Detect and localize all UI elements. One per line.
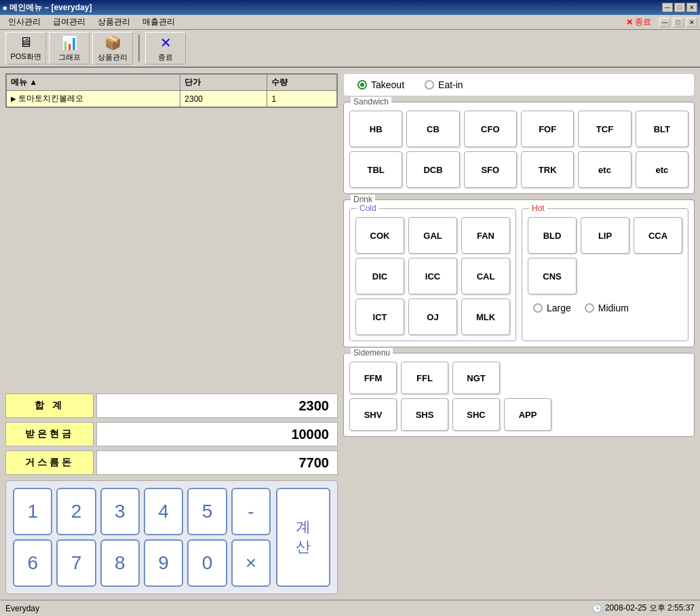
row-price: 2300 — [180, 91, 267, 107]
num-btn-3[interactable]: 3 — [100, 488, 140, 535]
midium-option[interactable]: Midium — [585, 303, 629, 313]
table-row[interactable]: ▶ 토마토치킨볼레오 2300 1 — [7, 91, 337, 107]
right-panel: Takeout Eat-in Sandwich HBCBCFOFOFTCFBLT… — [343, 73, 695, 594]
product-icon: 📦 — [104, 35, 121, 51]
sidemenu-label: Sidemenu — [351, 348, 393, 358]
order-table: 메뉴 ▲ 단가 수량 ▶ 토마토치킨볼레오 2300 1 — [5, 73, 338, 108]
sidemenu-row1: FFMFFLNGT — [349, 362, 688, 394]
sandwich-btn-TBL[interactable]: TBL — [349, 151, 402, 188]
sandwich-btn-FOF[interactable]: FOF — [521, 111, 574, 147]
sandwich-btn-HB[interactable]: HB — [349, 111, 402, 147]
col-qty: 수량 — [267, 75, 337, 91]
num-btn-5[interactable]: 5 — [187, 488, 227, 535]
cold-btn-CAL[interactable]: CAL — [461, 258, 510, 294]
eatin-label: Eat-in — [438, 79, 463, 90]
hot-btn-BLD[interactable]: BLD — [528, 217, 577, 254]
side-btn-NGT[interactable]: NGT — [452, 362, 500, 394]
sandwich-btn-SFO[interactable]: SFO — [464, 151, 517, 188]
cold-btn-OJ[interactable]: OJ — [408, 299, 457, 335]
maximize-button[interactable]: □ — [674, 3, 685, 12]
title-bar-title: 메인메뉴 – [everyday] — [9, 2, 662, 14]
status-bar: Everyday 🕒 2008-02-25 오후 2:55:37 — [0, 600, 700, 616]
num-btn-×[interactable]: × — [231, 539, 271, 587]
menu-close-button[interactable]: ✕ 종료 — [621, 15, 657, 29]
cold-btn-COK[interactable]: COK — [355, 217, 404, 254]
cold-btn-DIC[interactable]: DIC — [355, 258, 404, 294]
menu-close-btn[interactable]: ✕ — [686, 18, 697, 27]
toolbar-pos-button[interactable]: 🖥 POS화면 — [5, 32, 46, 64]
cold-btn-MLK[interactable]: MLK — [461, 299, 510, 335]
close-button[interactable]: ✕ — [686, 3, 697, 12]
side-btn-FFM[interactable]: FFM — [349, 362, 397, 394]
sandwich-btn-TRK[interactable]: TRK — [521, 151, 574, 188]
size-radio-group: Large Midium — [528, 300, 682, 316]
cold-btn-ICT[interactable]: ICT — [355, 299, 404, 335]
takeout-option[interactable]: Takeout — [357, 79, 404, 90]
title-bar-controls: — □ ✕ — [662, 3, 697, 12]
sidemenu-rows: FFMFFLNGT SHVSHSSHCAPP — [349, 362, 688, 431]
minimize-button[interactable]: — — [662, 3, 673, 12]
menu-minimize-btn[interactable]: — — [659, 18, 670, 27]
row-qty: 1 — [267, 91, 337, 107]
change-row: 거스름돈 7700 — [5, 450, 338, 475]
menu-hr[interactable]: 인사관리 — [3, 15, 46, 29]
total-row: 합 계 2300 — [5, 393, 338, 418]
large-option[interactable]: Large — [533, 303, 571, 313]
num-btn-2[interactable]: 2 — [56, 488, 96, 535]
sandwich-btn-CFO[interactable]: CFO — [464, 111, 517, 147]
sandwich-btn-TCF[interactable]: TCF — [578, 111, 631, 147]
sandwich-btn-DCB[interactable]: DCB — [406, 151, 459, 188]
num-btn--[interactable]: - — [231, 488, 271, 535]
toolbar-exit-button[interactable]: ✕ 종료 — [145, 32, 186, 64]
toolbar: 🖥 POS화면 📊 그래프 📦 상품관리 ✕ 종료 — [0, 30, 700, 68]
exit-icon: ✕ — [160, 35, 172, 51]
hot-btn-CCA[interactable]: CCA — [634, 217, 682, 254]
side-btn-APP[interactable]: APP — [504, 398, 551, 431]
large-radio[interactable] — [533, 303, 543, 313]
cold-btn-ICC[interactable]: ICC — [408, 258, 457, 294]
side-btn-SHS[interactable]: SHS — [401, 398, 448, 431]
drink-label: Drink — [351, 195, 375, 204]
sidemenu-row2: SHVSHSSHCAPP — [349, 398, 688, 431]
toolbar-graph-button[interactable]: 📊 그래프 — [49, 32, 90, 64]
side-btn-SHV[interactable]: SHV — [349, 398, 397, 431]
takeout-radio[interactable] — [357, 80, 367, 90]
order-type-group: Takeout Eat-in — [343, 73, 695, 96]
menu-sales[interactable]: 매출관리 — [137, 15, 180, 29]
num-btn-9[interactable]: 9 — [144, 539, 183, 587]
num-btn-7[interactable]: 7 — [56, 539, 96, 587]
status-datetime: 2008-02-25 오후 2:55:37 — [605, 602, 695, 614]
hot-btn-LIP[interactable]: LIP — [581, 217, 629, 254]
cold-grid: COKGALFANDICICCCALICTOJMLK — [355, 217, 510, 335]
side-btn-FFL[interactable]: FFL — [401, 362, 448, 394]
sandwich-btn-BLT[interactable]: BLT — [636, 111, 688, 147]
col-menu: 메뉴 ▲ — [7, 75, 180, 91]
calc-button[interactable]: 계 산 — [276, 488, 330, 587]
sandwich-btn-CB[interactable]: CB — [406, 111, 459, 147]
sidemenu-section: Sidemenu FFMFFLNGT SHVSHSSHCAPP — [343, 353, 695, 437]
cold-btn-GAL[interactable]: GAL — [408, 217, 457, 254]
num-btn-8[interactable]: 8 — [100, 539, 140, 587]
toolbar-product-button[interactable]: 📦 상품관리 — [92, 32, 133, 64]
main-content: 메뉴 ▲ 단가 수량 ▶ 토마토치킨볼레오 2300 1 — [0, 68, 700, 600]
cold-box: Cold COKGALFANDICICCCALICTOJMLK — [349, 208, 516, 341]
side-btn-SHC[interactable]: SHC — [452, 398, 500, 431]
cold-btn-FAN[interactable]: FAN — [461, 217, 510, 254]
totals-section: 합 계 2300 받은현금 10000 거스름돈 7700 — [5, 393, 338, 475]
cold-label: Cold — [357, 204, 379, 213]
num-btn-0[interactable]: 0 — [187, 539, 227, 587]
midium-radio[interactable] — [585, 303, 594, 313]
status-time: 🕒 2008-02-25 오후 2:55:37 — [592, 602, 695, 614]
eatin-radio[interactable] — [425, 80, 434, 90]
num-btn-6[interactable]: 6 — [13, 539, 52, 587]
eatin-option[interactable]: Eat-in — [425, 79, 463, 90]
hot-box: Hot BLDLIPCCACNS Large Midium — [522, 208, 688, 341]
menu-salary[interactable]: 급여관리 — [47, 15, 91, 29]
menu-maximize-btn[interactable]: □ — [673, 18, 684, 27]
sandwich-btn-etc[interactable]: etc — [578, 151, 631, 188]
num-btn-4[interactable]: 4 — [144, 488, 183, 535]
menu-product[interactable]: 상품관리 — [92, 15, 136, 29]
sandwich-btn-etc[interactable]: etc — [636, 151, 688, 188]
num-btn-1[interactable]: 1 — [13, 488, 52, 535]
hot-btn-CNS[interactable]: CNS — [528, 258, 577, 294]
